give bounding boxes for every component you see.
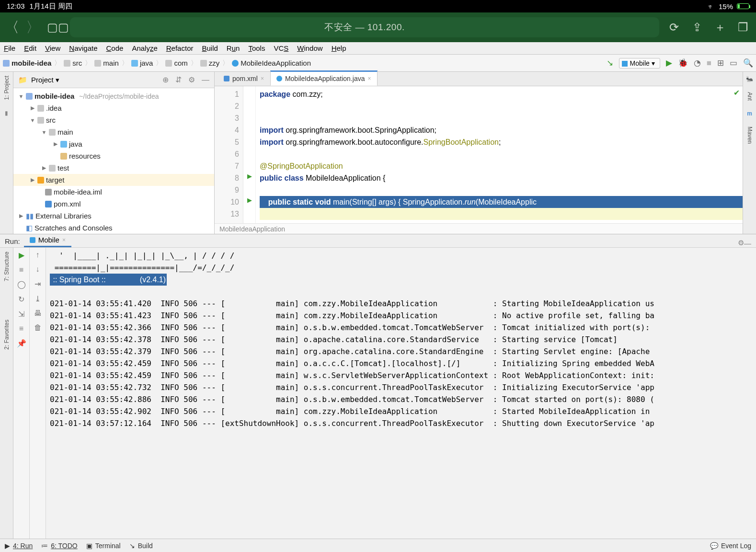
breadcrumb-java[interactable]: java: [131, 59, 153, 67]
tab-ant[interactable]: Ant: [746, 92, 753, 101]
breadcrumb-com[interactable]: com: [165, 59, 187, 67]
bookmark-icon[interactable]: ▮: [5, 110, 8, 116]
layout-icon[interactable]: ≡: [19, 324, 23, 333]
breadcrumb-class[interactable]: MobileIdeaApplication: [232, 59, 311, 67]
menu-tools[interactable]: Tools: [248, 44, 265, 52]
tree-resources[interactable]: resources: [13, 150, 214, 162]
line-numbers: 1234567891013: [215, 86, 243, 223]
menu-window[interactable]: Window: [297, 44, 322, 52]
menu-edit[interactable]: Edit: [24, 44, 36, 52]
project-tree[interactable]: ▼mobile-idea~/IdeaProjects/mobile-idea ▶…: [13, 88, 214, 234]
run-config-select[interactable]: Mobile ▾: [619, 58, 660, 69]
run-controls-col1: ▶ ■ ◯ ↻ ⇲ ≡ 📌: [13, 248, 30, 539]
restart-icon[interactable]: ↻: [18, 295, 24, 304]
sb-terminal[interactable]: ▣ Terminal: [86, 542, 121, 550]
editor-breadcrumb[interactable]: MobileIdeaApplication: [215, 223, 743, 234]
tab-maven[interactable]: Maven: [746, 126, 753, 144]
project-header-label[interactable]: Project ▾: [31, 76, 59, 84]
menu-view[interactable]: View: [45, 44, 60, 52]
tree-src[interactable]: ▼src: [13, 114, 214, 126]
layout-button[interactable]: ▭: [730, 58, 737, 68]
tree-target[interactable]: ▶target: [13, 174, 214, 186]
sb-build[interactable]: ↘ Build: [129, 542, 153, 550]
down-icon[interactable]: ↓: [36, 265, 40, 274]
editor-area: pom.xml× MobileIdeaApplication.java× 123…: [215, 72, 743, 234]
maven-icon[interactable]: m: [747, 110, 752, 117]
menu-file[interactable]: File: [4, 44, 15, 52]
tree-pom[interactable]: pom.xml: [13, 198, 214, 210]
locate-icon[interactable]: ⊕: [162, 75, 169, 84]
menu-help[interactable]: Help: [332, 44, 346, 52]
build-hammer-icon[interactable]: ↘: [607, 58, 613, 68]
up-icon[interactable]: ↑: [36, 251, 40, 259]
new-tab-icon[interactable]: ＋: [712, 20, 728, 35]
tab-pom[interactable]: pom.xml×: [218, 71, 270, 86]
bookmarks-icon[interactable]: ▢▢: [47, 21, 63, 34]
close-icon[interactable]: ×: [261, 75, 264, 82]
scroll-end-icon[interactable]: ⤓: [34, 294, 41, 303]
run-button[interactable]: ▶: [666, 58, 672, 68]
search-everywhere-icon[interactable]: 🔍: [743, 58, 753, 68]
share-icon[interactable]: ⇪: [689, 21, 705, 34]
run-hide-icon[interactable]: —: [744, 239, 751, 247]
tab-favorites[interactable]: 2: Favorites: [3, 320, 10, 350]
rerun-icon[interactable]: ▶: [19, 251, 24, 260]
tab-app[interactable]: MobileIdeaApplication.java×: [270, 70, 378, 86]
clock: 12:03: [7, 2, 25, 11]
tab-structure[interactable]: 7: Structure: [3, 252, 10, 281]
run-settings-icon[interactable]: ⚙: [738, 239, 744, 247]
sb-run[interactable]: ▶ 4: Run: [5, 542, 33, 550]
sb-event-log[interactable]: 💬 Event Log: [710, 542, 751, 550]
coverage-button[interactable]: ◔: [694, 58, 701, 68]
run-controls-col2: ↑ ↓ ⇥ ⤓ 🖶 🗑: [30, 248, 46, 539]
soft-wrap-icon[interactable]: ⇥: [34, 279, 41, 288]
settings-icon[interactable]: ⚙: [188, 75, 195, 84]
sb-todo[interactable]: ≔ 6: TODO: [41, 542, 78, 550]
console-output[interactable]: ' |____| ._|_| |_|_| |_\__, | / / / / ==…: [46, 248, 756, 539]
menu-refactor[interactable]: Refactor: [166, 44, 194, 52]
battery-percent: 15%: [719, 2, 733, 11]
profile-button[interactable]: ⊞: [717, 58, 724, 68]
tab-project[interactable]: 1: Project: [3, 76, 10, 100]
editor-tabs: pom.xml× MobileIdeaApplication.java×: [215, 72, 743, 86]
menu-vcs[interactable]: VCS: [274, 44, 288, 52]
exit-icon[interactable]: ⇲: [18, 310, 24, 319]
tree-ext-lib[interactable]: ▶▮▮External Libraries: [13, 210, 214, 222]
back-button[interactable]: 〈: [5, 18, 19, 37]
reload-icon[interactable]: ⟳: [666, 21, 682, 34]
debug-button[interactable]: 🐞: [678, 58, 688, 68]
tree-main[interactable]: ▼main: [13, 126, 214, 138]
tree-root[interactable]: ▼mobile-idea~/IdeaProjects/mobile-idea: [13, 90, 214, 102]
menu-build[interactable]: Build: [202, 44, 218, 52]
breadcrumb-zzy[interactable]: zzy: [200, 59, 220, 67]
forward-button: 〉: [26, 18, 40, 37]
date: 1月14日 周四: [30, 2, 72, 11]
tree-scratch[interactable]: ◧Scratches and Consoles: [13, 222, 214, 234]
breadcrumb-src[interactable]: src: [64, 59, 82, 67]
tree-idea[interactable]: ▶.idea: [13, 102, 214, 114]
clear-icon[interactable]: 🗑: [34, 323, 42, 332]
menu-code[interactable]: Code: [106, 44, 124, 52]
tabs-icon[interactable]: ❐: [735, 21, 751, 34]
tree-iml[interactable]: mobile-idea.iml: [13, 186, 214, 198]
pin-icon[interactable]: 📌: [17, 339, 26, 348]
ant-icon[interactable]: 🐜: [746, 76, 753, 82]
print-icon[interactable]: 🖶: [34, 309, 42, 318]
menu-navigate[interactable]: Navigate: [69, 44, 97, 52]
tree-java[interactable]: ▶java: [13, 138, 214, 150]
code-content[interactable]: package com.zzy; import org.springframew…: [256, 86, 743, 223]
stop-icon[interactable]: ■: [19, 265, 24, 274]
collapse-icon[interactable]: ⇵: [175, 75, 182, 84]
run-gutter[interactable]: ▶▶: [243, 86, 256, 223]
hide-icon[interactable]: —: [202, 76, 209, 84]
url-text: 不安全 — 101.200.: [324, 21, 405, 34]
dump-icon[interactable]: ◯: [17, 280, 26, 289]
url-field[interactable]: 不安全 — 101.200.: [70, 17, 659, 37]
run-tab-mobile[interactable]: Mobile×: [24, 234, 71, 247]
tree-test[interactable]: ▶test: [13, 162, 214, 174]
menu-analyze[interactable]: Analyze: [132, 44, 157, 52]
menu-run[interactable]: Run: [227, 44, 240, 52]
breadcrumb-main[interactable]: main: [94, 59, 119, 67]
breadcrumb-root[interactable]: mobile-idea: [3, 59, 51, 67]
close-icon[interactable]: ×: [367, 75, 371, 82]
